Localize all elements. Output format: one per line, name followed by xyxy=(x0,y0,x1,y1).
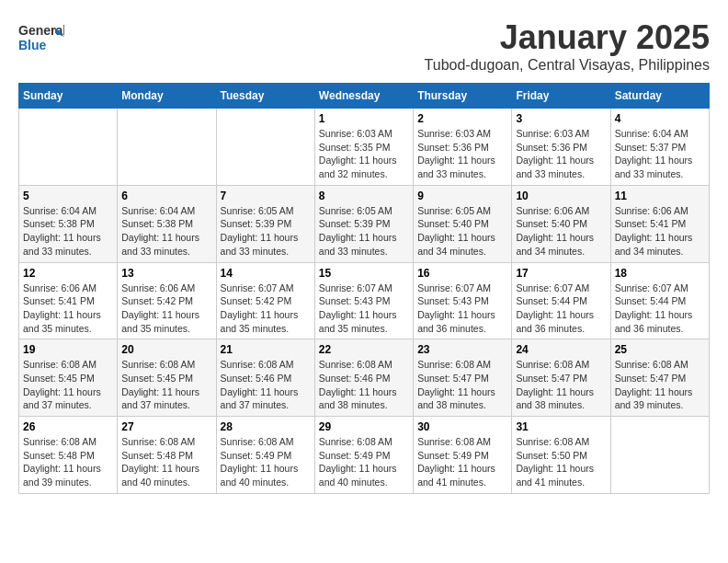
day-info: Sunrise: 6:06 AM Sunset: 5:41 PM Dayligh… xyxy=(23,282,113,336)
location-title: Tubod-dugoan, Central Visayas, Philippin… xyxy=(425,57,710,74)
day-info: Sunrise: 6:07 AM Sunset: 5:43 PM Dayligh… xyxy=(417,282,507,336)
day-number: 26 xyxy=(23,420,113,433)
day-info: Sunrise: 6:04 AM Sunset: 5:37 PM Dayligh… xyxy=(615,127,705,181)
day-number: 14 xyxy=(221,267,311,280)
day-cell: 10Sunrise: 6:06 AM Sunset: 5:40 PM Dayli… xyxy=(512,185,610,262)
weekday-header-row: SundayMondayTuesdayWednesdayThursdayFrid… xyxy=(19,84,710,109)
month-title: January 2025 xyxy=(425,18,710,57)
logo-svg: GeneralBlue xyxy=(18,18,64,60)
day-number: 17 xyxy=(516,267,606,280)
day-info: Sunrise: 6:08 AM Sunset: 5:47 PM Dayligh… xyxy=(417,358,507,412)
weekday-header-tuesday: Tuesday xyxy=(216,84,314,109)
day-number: 4 xyxy=(615,112,705,125)
day-cell: 9Sunrise: 6:05 AM Sunset: 5:40 PM Daylig… xyxy=(414,185,512,262)
week-row-3: 12Sunrise: 6:06 AM Sunset: 5:41 PM Dayli… xyxy=(19,262,710,339)
svg-text:Blue: Blue xyxy=(18,38,47,52)
day-cell xyxy=(118,109,216,186)
week-row-4: 19Sunrise: 6:08 AM Sunset: 5:45 PM Dayli… xyxy=(19,339,710,417)
day-info: Sunrise: 6:08 AM Sunset: 5:47 PM Dayligh… xyxy=(516,358,606,412)
day-cell: 24Sunrise: 6:08 AM Sunset: 5:47 PM Dayli… xyxy=(512,339,610,417)
day-number: 6 xyxy=(121,190,211,202)
week-row-5: 26Sunrise: 6:08 AM Sunset: 5:48 PM Dayli… xyxy=(19,417,710,494)
day-cell: 23Sunrise: 6:08 AM Sunset: 5:47 PM Dayli… xyxy=(414,339,512,417)
day-info: Sunrise: 6:05 AM Sunset: 5:40 PM Dayligh… xyxy=(417,204,507,259)
day-info: Sunrise: 6:04 AM Sunset: 5:38 PM Dayligh… xyxy=(23,204,113,259)
day-info: Sunrise: 6:06 AM Sunset: 5:41 PM Dayligh… xyxy=(615,204,705,259)
weekday-header-friday: Friday xyxy=(512,84,610,109)
day-cell xyxy=(610,417,709,494)
day-info: Sunrise: 6:06 AM Sunset: 5:40 PM Dayligh… xyxy=(516,204,606,259)
day-cell: 19Sunrise: 6:08 AM Sunset: 5:45 PM Dayli… xyxy=(19,339,118,417)
day-info: Sunrise: 6:07 AM Sunset: 5:43 PM Dayligh… xyxy=(319,282,409,336)
day-cell: 15Sunrise: 6:07 AM Sunset: 5:43 PM Dayli… xyxy=(314,262,413,339)
day-cell: 7Sunrise: 6:05 AM Sunset: 5:39 PM Daylig… xyxy=(216,185,314,262)
day-cell: 25Sunrise: 6:08 AM Sunset: 5:47 PM Dayli… xyxy=(610,339,709,417)
header: GeneralBlue January 2025 Tubod-dugoan, C… xyxy=(18,18,710,74)
day-cell: 29Sunrise: 6:08 AM Sunset: 5:49 PM Dayli… xyxy=(314,417,413,494)
day-number: 1 xyxy=(319,112,409,125)
day-cell: 4Sunrise: 6:04 AM Sunset: 5:37 PM Daylig… xyxy=(610,109,709,186)
day-number: 18 xyxy=(615,267,705,280)
day-number: 11 xyxy=(615,190,705,202)
day-cell: 27Sunrise: 6:08 AM Sunset: 5:48 PM Dayli… xyxy=(118,417,216,494)
day-info: Sunrise: 6:08 AM Sunset: 5:48 PM Dayligh… xyxy=(121,435,211,489)
day-info: Sunrise: 6:08 AM Sunset: 5:50 PM Dayligh… xyxy=(516,435,606,489)
day-info: Sunrise: 6:08 AM Sunset: 5:46 PM Dayligh… xyxy=(319,358,409,412)
day-info: Sunrise: 6:08 AM Sunset: 5:45 PM Dayligh… xyxy=(121,358,211,412)
day-info: Sunrise: 6:07 AM Sunset: 5:44 PM Dayligh… xyxy=(615,282,705,336)
day-number: 10 xyxy=(516,190,606,202)
day-cell: 28Sunrise: 6:08 AM Sunset: 5:49 PM Dayli… xyxy=(216,417,314,494)
day-cell: 13Sunrise: 6:06 AM Sunset: 5:42 PM Dayli… xyxy=(118,262,216,339)
day-cell: 11Sunrise: 6:06 AM Sunset: 5:41 PM Dayli… xyxy=(610,185,709,262)
day-number: 21 xyxy=(221,343,311,356)
day-cell: 12Sunrise: 6:06 AM Sunset: 5:41 PM Dayli… xyxy=(19,262,118,339)
calendar: SundayMondayTuesdayWednesdayThursdayFrid… xyxy=(18,83,710,494)
day-number: 16 xyxy=(417,267,507,280)
day-cell: 5Sunrise: 6:04 AM Sunset: 5:38 PM Daylig… xyxy=(19,185,118,262)
day-info: Sunrise: 6:06 AM Sunset: 5:42 PM Dayligh… xyxy=(121,282,211,336)
day-number: 25 xyxy=(615,343,705,356)
day-number: 9 xyxy=(417,190,507,202)
day-info: Sunrise: 6:08 AM Sunset: 5:49 PM Dayligh… xyxy=(417,435,507,489)
day-cell: 8Sunrise: 6:05 AM Sunset: 5:39 PM Daylig… xyxy=(314,185,413,262)
day-info: Sunrise: 6:03 AM Sunset: 5:35 PM Dayligh… xyxy=(319,127,409,181)
day-cell: 26Sunrise: 6:08 AM Sunset: 5:48 PM Dayli… xyxy=(19,417,118,494)
day-number: 23 xyxy=(417,343,507,356)
day-number: 27 xyxy=(121,420,211,433)
day-cell: 30Sunrise: 6:08 AM Sunset: 5:49 PM Dayli… xyxy=(414,417,512,494)
day-number: 8 xyxy=(319,190,409,202)
week-row-2: 5Sunrise: 6:04 AM Sunset: 5:38 PM Daylig… xyxy=(19,185,710,262)
day-cell xyxy=(216,109,314,186)
day-cell: 17Sunrise: 6:07 AM Sunset: 5:44 PM Dayli… xyxy=(512,262,610,339)
day-cell: 1Sunrise: 6:03 AM Sunset: 5:35 PM Daylig… xyxy=(314,109,413,186)
day-number: 7 xyxy=(221,190,311,202)
day-cell: 18Sunrise: 6:07 AM Sunset: 5:44 PM Dayli… xyxy=(610,262,709,339)
day-cell: 3Sunrise: 6:03 AM Sunset: 5:36 PM Daylig… xyxy=(512,109,610,186)
day-number: 12 xyxy=(23,267,113,280)
day-info: Sunrise: 6:07 AM Sunset: 5:44 PM Dayligh… xyxy=(516,282,606,336)
day-number: 28 xyxy=(221,420,311,433)
day-cell: 20Sunrise: 6:08 AM Sunset: 5:45 PM Dayli… xyxy=(118,339,216,417)
day-info: Sunrise: 6:08 AM Sunset: 5:46 PM Dayligh… xyxy=(221,358,311,412)
weekday-header-sunday: Sunday xyxy=(19,84,118,109)
day-cell: 21Sunrise: 6:08 AM Sunset: 5:46 PM Dayli… xyxy=(216,339,314,417)
day-number: 15 xyxy=(319,267,409,280)
day-cell: 6Sunrise: 6:04 AM Sunset: 5:38 PM Daylig… xyxy=(118,185,216,262)
day-info: Sunrise: 6:03 AM Sunset: 5:36 PM Dayligh… xyxy=(417,127,507,181)
day-number: 2 xyxy=(417,112,507,125)
weekday-header-saturday: Saturday xyxy=(610,84,709,109)
week-row-1: 1Sunrise: 6:03 AM Sunset: 5:35 PM Daylig… xyxy=(19,109,710,186)
day-number: 5 xyxy=(23,190,113,202)
day-info: Sunrise: 6:08 AM Sunset: 5:48 PM Dayligh… xyxy=(23,435,113,489)
day-number: 24 xyxy=(516,343,606,356)
logo: GeneralBlue xyxy=(18,18,64,60)
day-info: Sunrise: 6:03 AM Sunset: 5:36 PM Dayligh… xyxy=(516,127,606,181)
day-cell: 16Sunrise: 6:07 AM Sunset: 5:43 PM Dayli… xyxy=(414,262,512,339)
day-number: 19 xyxy=(23,343,113,356)
day-cell: 2Sunrise: 6:03 AM Sunset: 5:36 PM Daylig… xyxy=(414,109,512,186)
day-info: Sunrise: 6:08 AM Sunset: 5:49 PM Dayligh… xyxy=(319,435,409,489)
day-cell: 14Sunrise: 6:07 AM Sunset: 5:42 PM Dayli… xyxy=(216,262,314,339)
day-number: 31 xyxy=(516,420,606,433)
day-info: Sunrise: 6:08 AM Sunset: 5:45 PM Dayligh… xyxy=(23,358,113,412)
day-number: 20 xyxy=(121,343,211,356)
